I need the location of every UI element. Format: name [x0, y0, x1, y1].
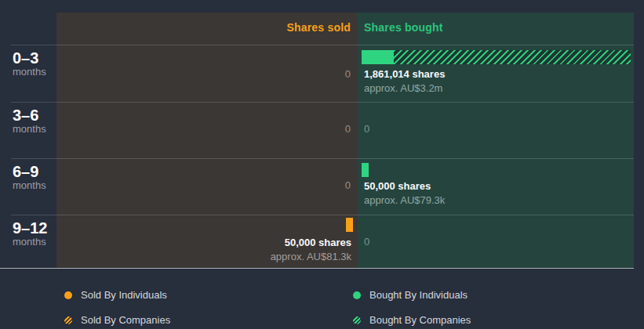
- bought-shares-value: 50,000 shares: [364, 179, 445, 193]
- bought-approx-value: approx. AU$79.3k: [364, 193, 445, 208]
- legend-label: Bought By Individuals: [369, 290, 468, 300]
- period-label: 3–6: [13, 107, 38, 123]
- sold-approx-value: approx. AU$81.3k: [56, 250, 351, 264]
- sold-zero-value: 0: [56, 124, 351, 134]
- legend-bought-companies[interactable]: Bought By Companies: [353, 315, 471, 325]
- period-label: 0–3: [13, 50, 38, 66]
- shares-sold-header: Shares sold: [56, 21, 351, 34]
- period-unit: months: [13, 67, 46, 77]
- bought-zero-value: 0: [364, 237, 369, 247]
- row-separator: [11, 45, 634, 45]
- legend-label: Bought By Companies: [369, 315, 471, 325]
- bought-value-block: 50,000 shares approx. AU$79.3k: [364, 179, 445, 208]
- period-unit: months: [13, 124, 46, 134]
- bar-segment-bought-solid[interactable]: [362, 50, 394, 64]
- insider-trading-chart: Shares sold Shares bought 0–3 months 3–6…: [0, 0, 644, 329]
- legend-label: Sold By Individuals: [81, 290, 167, 300]
- bought-approx-value: approx. AU$3.2m: [364, 81, 445, 96]
- bought-bar[interactable]: [362, 163, 369, 177]
- bought-bar[interactable]: [362, 50, 631, 64]
- period-unit: months: [13, 180, 46, 190]
- legend-label: Sold By Companies: [81, 315, 170, 325]
- period-label: 9–12: [13, 220, 48, 236]
- bar-segment-bought-hatched[interactable]: [394, 50, 631, 64]
- shares-bought-header: Shares bought: [364, 21, 443, 34]
- sold-companies-marker-icon: [64, 316, 72, 324]
- bar-segment-bought-solid[interactable]: [362, 163, 369, 177]
- bought-individuals-marker-icon: [353, 291, 361, 299]
- legend-sold-individuals[interactable]: Sold By Individuals: [64, 290, 167, 300]
- row-separator: [11, 102, 634, 103]
- sold-shares-value: 50,000 shares: [56, 236, 351, 250]
- sold-individuals-marker-icon: [64, 291, 72, 299]
- bought-shares-value: 1,861,014 shares: [364, 67, 445, 81]
- sold-zero-value: 0: [56, 180, 351, 190]
- legend-sold-companies[interactable]: Sold By Companies: [64, 315, 170, 325]
- bought-value-block: 1,861,014 shares approx. AU$3.2m: [364, 67, 445, 96]
- sold-zero-value: 0: [56, 69, 351, 79]
- bar-segment-sold-solid[interactable]: [346, 218, 353, 232]
- row-separator: [11, 215, 634, 215]
- chart-baseline: [0, 268, 634, 269]
- row-separator: [11, 158, 634, 159]
- period-label: 6–9: [13, 164, 38, 179]
- sold-value-block: 50,000 shares approx. AU$81.3k: [56, 236, 351, 264]
- legend-bought-individuals[interactable]: Bought By Individuals: [353, 290, 468, 300]
- bought-zero-value: 0: [364, 124, 369, 134]
- sold-bar[interactable]: [56, 218, 353, 232]
- bought-companies-marker-icon: [353, 316, 361, 324]
- period-unit: months: [13, 237, 46, 247]
